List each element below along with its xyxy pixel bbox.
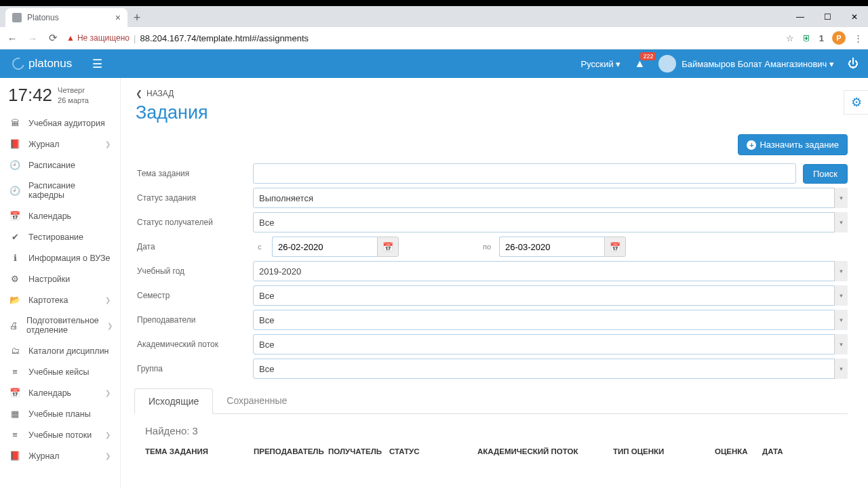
date-from-label: с bbox=[253, 243, 267, 251]
insecure-warning: ▲ Не защищено bbox=[66, 33, 130, 43]
browser-tabstrip: Platonus × + — ☐ ✕ bbox=[0, 6, 868, 27]
sidebar-item[interactable]: 🏛Учебная аудитория bbox=[0, 113, 120, 134]
sidebar-item-label: Каталоги дисциплин bbox=[28, 346, 111, 356]
app-topbar: platonus ☰ Русский ▾ ▲ 222 Баймамыров Бо… bbox=[0, 49, 868, 78]
new-tab-button[interactable]: + bbox=[127, 8, 146, 27]
sidebar-item[interactable]: ℹИнформация о ВУЗе bbox=[0, 247, 120, 268]
col-grade-type: ТИП ОЦЕНКИ bbox=[613, 447, 715, 455]
sidebar-item-icon: 📅 bbox=[9, 211, 20, 221]
user-name: Баймамыров Болат Амангазинович ▾ bbox=[682, 59, 834, 69]
profile-avatar[interactable]: P bbox=[832, 31, 846, 45]
recipient-status-select[interactable]: Все▼ bbox=[253, 212, 848, 232]
window-titlebar bbox=[0, 0, 868, 6]
sidebar-item-icon: 🕘 bbox=[9, 186, 20, 196]
search-label: Поиск bbox=[813, 169, 837, 179]
notifications-icon[interactable]: ▲ 222 bbox=[634, 58, 645, 70]
reload-icon[interactable]: ⟳ bbox=[46, 32, 60, 44]
sidebar-item-label: Картотека bbox=[28, 296, 97, 305]
sidebar-item-label: Учебные потоки bbox=[28, 430, 97, 440]
teachers-label: Преподаватели bbox=[134, 315, 253, 325]
sidebar-item-label: Расписание bbox=[28, 161, 111, 170]
sidebar-item[interactable]: 🖨Подготовительное отделение❯ bbox=[0, 310, 120, 340]
language-selector[interactable]: Русский ▾ bbox=[581, 59, 621, 69]
url-field[interactable]: ▲ Не защищено | 88.204.167.74/template.h… bbox=[66, 33, 779, 43]
group-select[interactable]: Все▼ bbox=[253, 359, 848, 379]
sidebar: 17:42 Четверг 26 марта 🏛Учебная аудитори… bbox=[0, 78, 121, 488]
browser-tab[interactable]: Platonus × bbox=[5, 8, 127, 27]
sidebar-item[interactable]: ⚙Настройки bbox=[0, 268, 120, 289]
clock-widget: 17:42 Четверг 26 марта bbox=[0, 78, 120, 113]
search-button[interactable]: Поиск bbox=[803, 164, 848, 184]
sidebar-item-label: Информация о ВУЗе bbox=[28, 253, 111, 263]
page-title: Задания bbox=[136, 102, 853, 123]
sidebar-item-icon: ≡ bbox=[9, 430, 20, 440]
browser-menu-icon[interactable]: ⋮ bbox=[854, 33, 863, 43]
tab-outgoing[interactable]: Исходящие bbox=[134, 388, 213, 414]
user-menu[interactable]: Баймамыров Болат Амангазинович ▾ bbox=[658, 55, 834, 73]
chevron-down-icon: ▼ bbox=[834, 212, 848, 232]
date-to-input[interactable] bbox=[499, 237, 604, 257]
close-tab-icon[interactable]: × bbox=[115, 12, 121, 23]
close-window-icon[interactable]: ✕ bbox=[841, 6, 868, 27]
col-stream: АКАДЕМИЧЕСКИЙ ПОТОК bbox=[477, 447, 613, 455]
sidebar-item[interactable]: ≡Учебные кейсы bbox=[0, 361, 120, 382]
tab-title: Platonus bbox=[27, 13, 59, 22]
date-to-label: по bbox=[480, 243, 494, 251]
logout-icon[interactable]: ⏻ bbox=[848, 58, 859, 70]
nav-back-icon[interactable]: ← bbox=[5, 33, 19, 44]
page-settings-icon[interactable]: ⚙ bbox=[844, 90, 868, 115]
sidebar-item-icon: ✔ bbox=[9, 232, 20, 242]
chevron-right-icon: ❯ bbox=[105, 389, 111, 396]
calendar-icon[interactable]: 📅 bbox=[377, 237, 399, 257]
sidebar-item[interactable]: ≡Учебные потоки❯ bbox=[0, 424, 120, 445]
year-select[interactable]: 2019-2020▼ bbox=[253, 261, 848, 281]
sidebar-item-label: Журнал bbox=[28, 451, 97, 461]
sidebar-item[interactable]: 🗂Каталоги дисциплин bbox=[0, 340, 120, 361]
minimize-icon[interactable]: — bbox=[787, 6, 814, 27]
chevron-down-icon: ▼ bbox=[834, 359, 848, 379]
col-grade: ОЦЕНКА bbox=[715, 447, 762, 455]
extension-icon[interactable]: 1 bbox=[819, 33, 824, 43]
chevron-right-icon: ❯ bbox=[105, 296, 111, 304]
col-teacher: ПРЕПОДАВАТЕЛЬ bbox=[254, 447, 328, 455]
sidebar-item-label: Тестирование bbox=[28, 232, 111, 242]
topic-input[interactable] bbox=[253, 163, 796, 184]
bookmark-star-icon[interactable]: ☆ bbox=[786, 33, 794, 43]
col-recipient: ПОЛУЧАТЕЛЬ bbox=[328, 447, 389, 455]
sidebar-item[interactable]: 📕Журнал❯ bbox=[0, 445, 120, 466]
date-from-input[interactable] bbox=[272, 237, 377, 257]
group-label: Группа bbox=[134, 364, 253, 373]
sidebar-item[interactable]: 🕘Расписание bbox=[0, 155, 120, 176]
sidebar-item[interactable]: 📅Календарь bbox=[0, 205, 120, 226]
maximize-icon[interactable]: ☐ bbox=[814, 6, 841, 27]
semester-select[interactable]: Все▼ bbox=[253, 285, 848, 306]
sidebar-item[interactable]: 🕘Расписание кафедры bbox=[0, 176, 120, 205]
sidebar-item[interactable]: ▦Учебные планы bbox=[0, 403, 120, 424]
assign-task-label: Назначить задание bbox=[760, 140, 839, 150]
tab-saved[interactable]: Сохраненные bbox=[213, 388, 300, 413]
status-select[interactable]: Выполняется▼ bbox=[253, 188, 848, 208]
menu-toggle-icon[interactable]: ☰ bbox=[84, 57, 111, 71]
chevron-right-icon: ❯ bbox=[107, 322, 113, 329]
brand[interactable]: platonus bbox=[0, 57, 84, 70]
back-label: НАЗАД bbox=[146, 89, 174, 98]
clock-date: 26 марта bbox=[58, 96, 89, 105]
calendar-icon[interactable]: 📅 bbox=[604, 237, 626, 257]
sidebar-item-label: Календарь bbox=[28, 388, 97, 398]
back-link[interactable]: ❮ НАЗАД bbox=[136, 89, 853, 98]
sidebar-item[interactable]: 📅Календарь❯ bbox=[0, 382, 120, 403]
col-status: СТАТУС bbox=[389, 447, 477, 455]
assign-task-button[interactable]: + Назначить задание bbox=[738, 134, 848, 155]
stream-select[interactable]: Все▼ bbox=[253, 334, 848, 354]
teachers-select[interactable]: Все▼ bbox=[253, 310, 848, 330]
sidebar-item[interactable]: 📕Журнал❯ bbox=[0, 134, 120, 155]
chevron-right-icon: ❯ bbox=[105, 431, 111, 439]
shield-icon[interactable]: ⛨ bbox=[802, 33, 811, 43]
sidebar-item[interactable]: 📂Картотека❯ bbox=[0, 289, 120, 310]
sidebar-item-icon: 🖨 bbox=[9, 321, 18, 331]
clock-weekday: Четверг bbox=[58, 85, 89, 95]
favicon bbox=[12, 13, 22, 22]
sidebar-item[interactable]: ✔Тестирование bbox=[0, 226, 120, 247]
chevron-left-icon: ❮ bbox=[136, 89, 142, 98]
chevron-down-icon: ▼ bbox=[834, 334, 848, 354]
